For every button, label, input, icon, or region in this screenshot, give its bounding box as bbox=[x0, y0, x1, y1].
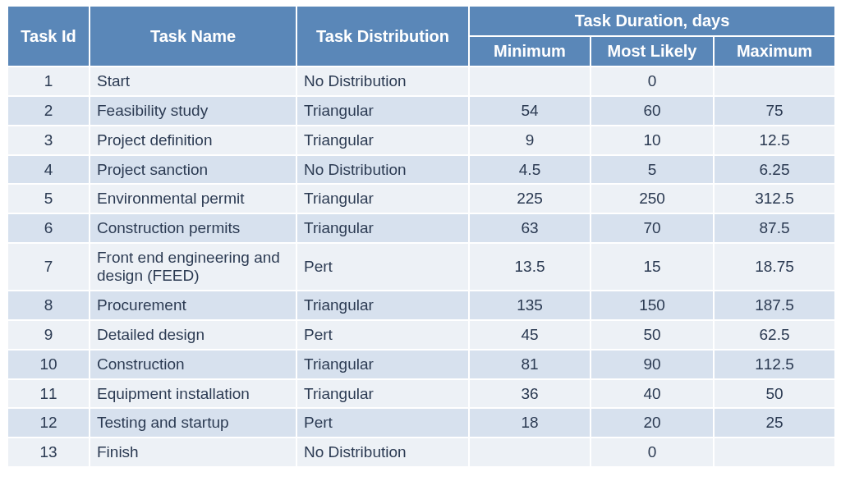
cell-most: 20 bbox=[591, 408, 714, 438]
cell-most: 15 bbox=[591, 243, 714, 291]
cell-task-name: Front end engineering and design (FEED) bbox=[90, 243, 296, 291]
cell-task-id: 6 bbox=[7, 213, 90, 243]
cell-task-name: Environmental permit bbox=[90, 184, 296, 213]
cell-max: 187.5 bbox=[714, 291, 835, 320]
cell-most: 40 bbox=[591, 379, 714, 409]
cell-most: 0 bbox=[591, 438, 714, 467]
cell-task-name: Testing and startup bbox=[90, 408, 296, 438]
cell-task-dist: Pert bbox=[296, 243, 469, 291]
cell-most: 0 bbox=[591, 66, 714, 96]
cell-task-name: Construction permits bbox=[90, 213, 296, 243]
cell-task-id: 8 bbox=[7, 291, 90, 320]
table-row: 6 Construction permits Triangular 63 70 … bbox=[7, 213, 835, 243]
cell-min: 54 bbox=[469, 96, 591, 126]
cell-most: 70 bbox=[591, 213, 714, 243]
cell-max: 312.5 bbox=[714, 184, 835, 213]
cell-task-dist: Pert bbox=[296, 408, 469, 438]
cell-min: 225 bbox=[469, 184, 591, 213]
table-row: 7 Front end engineering and design (FEED… bbox=[7, 243, 835, 291]
cell-most: 150 bbox=[591, 291, 714, 320]
col-header-duration-group: Task Duration, days bbox=[469, 6, 835, 36]
cell-most: 90 bbox=[591, 350, 714, 379]
cell-max: 18.75 bbox=[714, 243, 835, 291]
cell-task-id: 7 bbox=[7, 243, 90, 291]
cell-max: 87.5 bbox=[714, 213, 835, 243]
col-header-most-likely: Most Likely bbox=[591, 36, 714, 66]
cell-most: 10 bbox=[591, 126, 714, 155]
table-row: 8 Procurement Triangular 135 150 187.5 bbox=[7, 291, 835, 320]
table-row: 13 Finish No Distribution 0 bbox=[7, 438, 835, 467]
cell-max: 62.5 bbox=[714, 320, 835, 350]
cell-task-name: Construction bbox=[90, 350, 296, 379]
table-row: 3 Project definition Triangular 9 10 12.… bbox=[7, 126, 835, 155]
cell-task-id: 2 bbox=[7, 96, 90, 126]
table-row: 1 Start No Distribution 0 bbox=[7, 66, 835, 96]
cell-task-dist: No Distribution bbox=[296, 438, 469, 467]
cell-max: 12.5 bbox=[714, 126, 835, 155]
cell-task-id: 1 bbox=[7, 66, 90, 96]
cell-task-name: Project sanction bbox=[90, 155, 296, 185]
cell-task-dist: Triangular bbox=[296, 126, 469, 155]
col-header-task-name: Task Name bbox=[90, 6, 296, 66]
cell-task-dist: Triangular bbox=[296, 379, 469, 409]
cell-max bbox=[714, 66, 835, 96]
cell-min bbox=[469, 438, 591, 467]
cell-task-dist: Triangular bbox=[296, 184, 469, 213]
cell-min: 45 bbox=[469, 320, 591, 350]
cell-max bbox=[714, 438, 835, 467]
cell-task-id: 10 bbox=[7, 350, 90, 379]
cell-min: 4.5 bbox=[469, 155, 591, 185]
cell-task-dist: Triangular bbox=[296, 350, 469, 379]
task-duration-table: Task Id Task Name Task Distribution Task… bbox=[7, 5, 836, 468]
cell-task-id: 4 bbox=[7, 155, 90, 185]
cell-max: 25 bbox=[714, 408, 835, 438]
cell-task-name: Detailed design bbox=[90, 320, 296, 350]
table-row: 2 Feasibility study Triangular 54 60 75 bbox=[7, 96, 835, 126]
cell-min: 9 bbox=[469, 126, 591, 155]
cell-min: 18 bbox=[469, 408, 591, 438]
cell-min: 36 bbox=[469, 379, 591, 409]
cell-min bbox=[469, 66, 591, 96]
table-row: 4 Project sanction No Distribution 4.5 5… bbox=[7, 155, 835, 185]
col-header-task-distribution: Task Distribution bbox=[296, 6, 469, 66]
cell-task-dist: Triangular bbox=[296, 291, 469, 320]
cell-task-id: 13 bbox=[7, 438, 90, 467]
cell-task-id: 9 bbox=[7, 320, 90, 350]
cell-max: 50 bbox=[714, 379, 835, 409]
cell-most: 50 bbox=[591, 320, 714, 350]
cell-max: 112.5 bbox=[714, 350, 835, 379]
cell-task-id: 12 bbox=[7, 408, 90, 438]
cell-task-dist: No Distribution bbox=[296, 155, 469, 185]
cell-task-id: 11 bbox=[7, 379, 90, 409]
table-row: 5 Environmental permit Triangular 225 25… bbox=[7, 184, 835, 213]
col-header-minimum: Minimum bbox=[469, 36, 591, 66]
cell-task-name: Project definition bbox=[90, 126, 296, 155]
col-header-task-id: Task Id bbox=[7, 6, 90, 66]
cell-task-name: Procurement bbox=[90, 291, 296, 320]
cell-task-dist: Triangular bbox=[296, 213, 469, 243]
table-row: 10 Construction Triangular 81 90 112.5 bbox=[7, 350, 835, 379]
cell-max: 75 bbox=[714, 96, 835, 126]
cell-min: 13.5 bbox=[469, 243, 591, 291]
cell-task-name: Equipment installation bbox=[90, 379, 296, 409]
cell-task-name: Start bbox=[90, 66, 296, 96]
cell-min: 81 bbox=[469, 350, 591, 379]
cell-task-dist: No Distribution bbox=[296, 66, 469, 96]
cell-most: 250 bbox=[591, 184, 714, 213]
cell-task-dist: Triangular bbox=[296, 96, 469, 126]
table-row: 12 Testing and startup Pert 18 20 25 bbox=[7, 408, 835, 438]
cell-task-id: 3 bbox=[7, 126, 90, 155]
cell-min: 63 bbox=[469, 213, 591, 243]
cell-most: 5 bbox=[591, 155, 714, 185]
cell-task-id: 5 bbox=[7, 184, 90, 213]
col-header-maximum: Maximum bbox=[714, 36, 835, 66]
cell-max: 6.25 bbox=[714, 155, 835, 185]
cell-min: 135 bbox=[469, 291, 591, 320]
cell-most: 60 bbox=[591, 96, 714, 126]
table-row: 9 Detailed design Pert 45 50 62.5 bbox=[7, 320, 835, 350]
table-row: 11 Equipment installation Triangular 36 … bbox=[7, 379, 835, 409]
cell-task-name: Feasibility study bbox=[90, 96, 296, 126]
cell-task-dist: Pert bbox=[296, 320, 469, 350]
cell-task-name: Finish bbox=[90, 438, 296, 467]
